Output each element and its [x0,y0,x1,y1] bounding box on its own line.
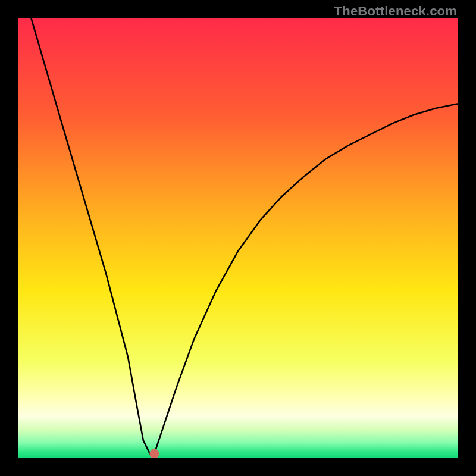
watermark-text: TheBottleneck.com [334,4,457,19]
gradient-background [18,18,458,458]
chart-frame [18,18,458,458]
bottleneck-chart [18,18,458,458]
optimum-marker [149,449,159,458]
